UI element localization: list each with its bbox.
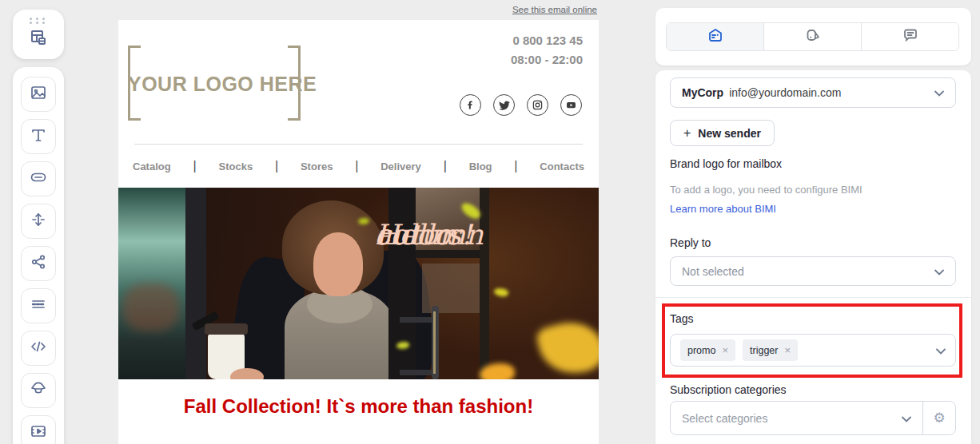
- email-logo[interactable]: YOUR LOGO HERE: [128, 46, 301, 121]
- share-tool-button[interactable]: [21, 246, 56, 281]
- banner-tool-button[interactable]: [21, 373, 56, 408]
- reply-to-label: Reply to: [670, 236, 711, 249]
- tags-label: Tags: [670, 312, 694, 325]
- banner-icon: [30, 380, 47, 401]
- bimi-learn-more-link[interactable]: Learn more about BIMI: [670, 203, 776, 215]
- instagram-icon[interactable]: [527, 94, 548, 116]
- hero-banner-image[interactable]: Hello autumn colors!: [118, 188, 599, 379]
- layout-blocks-icon: [28, 27, 49, 51]
- tag-chip[interactable]: trigger ×: [743, 339, 798, 361]
- categories-placeholder: Select categories: [682, 412, 767, 425]
- code-tool-button[interactable]: [21, 331, 56, 366]
- brand-logo-title: Brand logo for mailbox: [670, 157, 782, 170]
- code-icon: [30, 338, 47, 359]
- tag-chip[interactable]: promo ×: [680, 339, 735, 361]
- settings-tab-group: [666, 22, 959, 51]
- sender-email: info@yourdomain.com: [729, 86, 841, 99]
- autumn-leaf: [493, 287, 509, 298]
- reply-to-value: Not selected: [682, 265, 744, 278]
- nav-catalog[interactable]: Catalog: [129, 161, 174, 172]
- blocks-tool-button[interactable]: [13, 10, 64, 59]
- new-sender-button[interactable]: + New sender: [670, 120, 775, 146]
- facebook-icon[interactable]: [460, 94, 481, 116]
- plus-icon: +: [683, 126, 691, 141]
- youtube-icon[interactable]: [560, 94, 582, 116]
- tab-comments[interactable]: [861, 23, 958, 50]
- subscription-categories-select[interactable]: Select categories ⚙: [670, 401, 956, 435]
- email-body[interactable]: YOUR LOGO HERE 0 800 123 45 08:00 - 22:0…: [118, 20, 599, 444]
- email-nav-menu: Catalog | Stocks | Stores | Delivery | B…: [129, 154, 588, 178]
- nav-delivery[interactable]: Delivery: [377, 161, 424, 172]
- text-tool-button[interactable]: [21, 119, 56, 154]
- categories-settings-button[interactable]: ⚙: [922, 402, 955, 434]
- button-pill-icon: [30, 168, 47, 189]
- remove-tag-icon[interactable]: ×: [784, 344, 791, 356]
- chevron-down-icon: [936, 344, 946, 357]
- phone-number: 0 800 123 45: [511, 31, 583, 50]
- headline-section[interactable]: Fall Collection! It`s more than fashion!: [118, 379, 599, 444]
- video-tool-button[interactable]: [21, 415, 56, 444]
- image-tool-button[interactable]: [21, 77, 56, 112]
- tab-design[interactable]: [763, 23, 861, 50]
- tool-rail: [13, 67, 64, 444]
- mailbox-icon: [707, 26, 724, 47]
- drag-handle-icon: [30, 18, 47, 24]
- tags-select[interactable]: promo × trigger ×: [670, 334, 956, 367]
- share-icon: [30, 253, 47, 274]
- nav-stocks[interactable]: Stocks: [215, 161, 256, 172]
- section-divider: [655, 297, 971, 298]
- image-icon: [30, 84, 47, 105]
- text-icon: [30, 126, 47, 147]
- bimi-hint: To add a logo, you need to configure BIM…: [670, 184, 862, 196]
- autumn-leaf: [535, 315, 599, 379]
- chevron-down-icon: [934, 86, 944, 99]
- tab-mail-settings[interactable]: [667, 23, 763, 50]
- sender-select[interactable]: MyCorp info@yourdomain.com: [670, 77, 956, 108]
- divider-icon: [30, 295, 47, 316]
- contact-info: 0 800 123 45 08:00 - 22:00: [511, 31, 583, 69]
- spacer-tool-button[interactable]: [21, 204, 56, 239]
- comment-bubble-icon: [902, 26, 919, 47]
- working-hours: 08:00 - 22:00: [511, 50, 583, 69]
- nav-contacts[interactable]: Contacts: [536, 161, 588, 172]
- twitter-icon[interactable]: [493, 94, 515, 116]
- divider-tool-button[interactable]: [21, 288, 56, 323]
- spacer-icon: [30, 211, 47, 232]
- button-tool-button[interactable]: [21, 161, 56, 196]
- chevron-down-icon: [934, 265, 944, 278]
- chevron-down-icon: [902, 412, 911, 425]
- social-icons: [460, 94, 582, 116]
- reply-to-select[interactable]: Not selected: [670, 256, 956, 286]
- settings-card: MyCorp info@yourdomain.com + New sender …: [655, 70, 971, 444]
- editor-toolbar: [0, 0, 80, 444]
- settings-tabs-card: [655, 8, 971, 65]
- gear-icon: ⚙: [933, 410, 945, 426]
- headline-text: Fall Collection! It`s more than fashion!: [118, 395, 599, 418]
- nav-stores[interactable]: Stores: [297, 161, 336, 172]
- door-frame: [185, 188, 206, 379]
- remove-tag-icon[interactable]: ×: [722, 344, 728, 356]
- design-swatch-icon: [804, 26, 822, 47]
- sender-name: MyCorp: [682, 86, 723, 99]
- logo-text: YOUR LOGO HERE: [128, 73, 301, 96]
- nav-blog[interactable]: Blog: [466, 161, 496, 172]
- email-preview: See this email online YOUR LOGO HERE 0 8…: [118, 0, 599, 444]
- header-divider: [134, 144, 583, 145]
- see-email-online-link[interactable]: See this email online: [512, 5, 597, 14]
- subscription-categories-label: Subscription categories: [670, 383, 787, 396]
- video-icon: [30, 422, 47, 443]
